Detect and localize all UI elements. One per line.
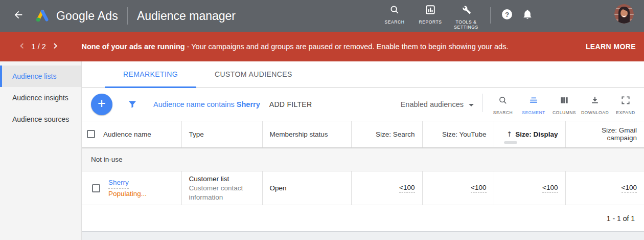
chevron-left-icon[interactable]: ‹ <box>12 40 32 53</box>
table-download-button[interactable]: DOWNLOAD <box>580 94 610 115</box>
alert-banner: ‹ 1 / 2 › None of your ads are running -… <box>0 32 644 61</box>
content-area: REMARKETING CUSTOM AUDIENCES + Audience … <box>82 61 644 240</box>
chevron-right-icon[interactable]: › <box>46 40 65 53</box>
bell-icon <box>522 9 533 22</box>
size-youtube-cell: <100 <box>422 171 494 205</box>
size-search-cell: <100 <box>351 171 422 205</box>
tab-custom-audiences[interactable]: CUSTOM AUDIENCES <box>196 61 311 87</box>
table-segment-button[interactable]: SEGMENT <box>518 94 549 115</box>
tab-remarketing[interactable]: REMARKETING <box>105 61 196 87</box>
sort-ascending-icon: ↑ <box>507 130 512 138</box>
search-icon <box>498 95 508 107</box>
table-group-row: Not in-use <box>82 148 644 171</box>
sidebar-item-audience-lists[interactable]: Audience lists <box>0 66 81 87</box>
topbar-search-button[interactable]: SEARCH <box>378 4 411 25</box>
populating-status: Populating... <box>108 189 147 199</box>
notifications-button[interactable] <box>517 4 538 27</box>
tab-bar: REMARKETING CUSTOM AUDIENCES <box>82 61 644 88</box>
account-avatar[interactable] <box>614 4 634 24</box>
column-header-type[interactable]: Type <box>181 121 262 148</box>
question-circle-icon: ? <box>501 8 513 23</box>
back-button[interactable] <box>9 7 28 25</box>
table-columns-button[interactable]: COLUMNS <box>549 94 580 115</box>
size-display-cell: <100 <box>494 171 565 205</box>
audience-name-link[interactable]: Sherry <box>108 178 129 189</box>
horizontal-scrollbar-thumb[interactable] <box>504 141 517 144</box>
chevron-down-icon <box>469 104 474 106</box>
filter-icon[interactable] <box>127 99 138 110</box>
top-app-bar: Google Ads Audience manager SEARCH REPOR… <box>0 0 644 32</box>
download-icon <box>590 95 600 107</box>
columns-icon <box>559 95 569 107</box>
active-indicator-bar <box>0 66 2 87</box>
toolbar-divider <box>482 94 482 112</box>
table-header-row: Audience name Type Membership status Siz… <box>82 121 644 148</box>
sidebar-item-audience-insights[interactable]: Audience insights <box>0 87 81 108</box>
audience-table: Audience name Type Membership status Siz… <box>82 121 644 205</box>
column-header-membership-status[interactable]: Membership status <box>262 121 351 148</box>
type-cell: Customer list Customer contact informati… <box>181 171 262 205</box>
arrow-back-icon <box>13 9 24 23</box>
column-header-size-search[interactable]: Size: Search <box>351 121 422 148</box>
alert-message: None of your ads are running - Your camp… <box>81 42 508 51</box>
bar-chart-icon <box>425 4 436 17</box>
size-gmail-cell: <100 <box>565 171 644 205</box>
table-search-button[interactable]: SEARCH <box>488 94 518 115</box>
sidebar-item-audience-sources[interactable]: Audience sources <box>0 108 81 130</box>
search-icon <box>389 4 400 17</box>
column-header-audience-name[interactable]: Audience name <box>82 121 181 148</box>
help-button[interactable]: ? <box>497 4 517 27</box>
sidebar: Audience lists Audience insights Audienc… <box>0 61 82 240</box>
brand-name: Google Ads <box>56 9 118 23</box>
segment-icon <box>528 95 539 107</box>
svg-text:?: ? <box>505 11 509 18</box>
page-title: Audience manager <box>137 9 236 23</box>
topbar-divider <box>127 7 128 25</box>
alert-pager: ‹ 1 / 2 › <box>12 40 65 53</box>
audience-view-select[interactable]: Enabled audiences <box>401 100 474 108</box>
column-header-size-youtube[interactable]: Size: YouTube <box>422 121 494 148</box>
topbar-reports-button[interactable]: REPORTS <box>413 4 447 25</box>
add-filter-button[interactable]: ADD FILTER <box>269 100 312 108</box>
select-all-checkbox[interactable] <box>87 130 95 138</box>
group-label: Not in-use <box>82 148 644 171</box>
add-audience-button[interactable]: + <box>91 94 112 115</box>
pagination: 1 - 1 of 1 <box>82 205 644 232</box>
active-filter-chip[interactable]: Audience name contains Sherry <box>153 100 260 108</box>
table-expand-button[interactable]: EXPAND <box>610 94 641 115</box>
table-row: Sherry Populating... Customer list Custo… <box>82 171 644 205</box>
topbar-divider <box>490 7 491 24</box>
audience-name-cell: Sherry Populating... <box>82 171 181 205</box>
google-ads-logo-icon[interactable] <box>34 8 51 24</box>
column-header-size-gmail[interactable]: Size: Gmail campaign <box>565 121 644 148</box>
row-checkbox[interactable] <box>92 184 100 192</box>
learn-more-link[interactable]: LEARN MORE <box>586 42 636 51</box>
alert-page-indicator: 1 / 2 <box>32 42 46 51</box>
wrench-icon <box>461 4 472 17</box>
membership-status-cell: Open <box>262 171 351 205</box>
content-footer-area <box>82 232 644 240</box>
topbar-tools-settings-button[interactable]: TOOLS & SETTINGS <box>449 4 483 30</box>
expand-icon <box>620 95 631 107</box>
pagination-range: 1 - 1 of 1 <box>607 214 635 223</box>
table-toolbar: + Audience name contains Sherry ADD FILT… <box>82 88 644 121</box>
